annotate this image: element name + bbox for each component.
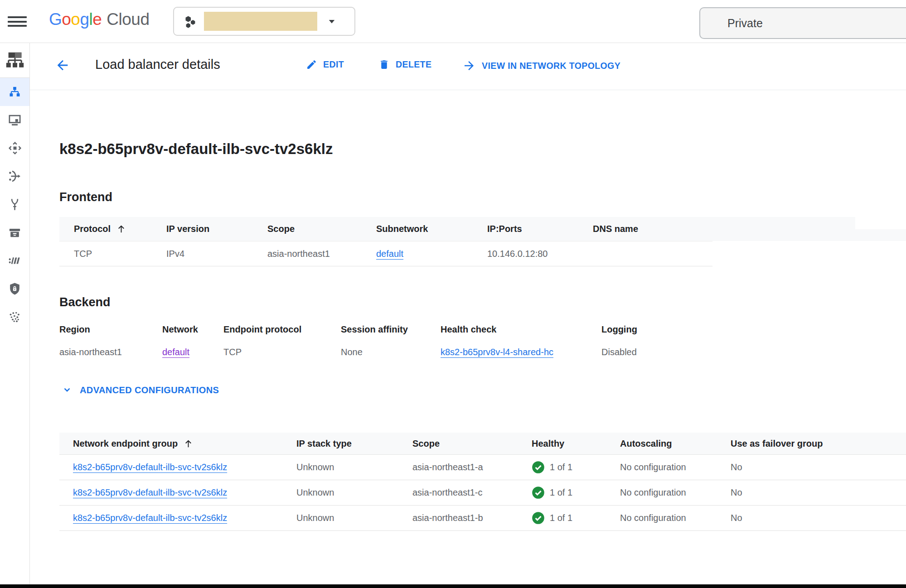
security-shield-icon xyxy=(8,282,22,296)
backend-section-heading: Backend xyxy=(59,294,906,310)
cell-scope: asia-northeast1 xyxy=(267,249,376,259)
cell-healthy: 1 of 1 xyxy=(550,487,572,498)
delete-label: DELETE xyxy=(396,59,431,70)
cdn-icon xyxy=(8,254,22,268)
sort-ascending-icon xyxy=(183,439,194,449)
column-header-ip-version: IP version xyxy=(166,224,267,234)
cell-failover: No xyxy=(731,487,906,498)
logo-letter: G xyxy=(49,10,62,29)
trash-icon xyxy=(378,59,390,70)
logo-letter: e xyxy=(92,10,102,29)
value-logging: Disabled xyxy=(601,347,906,357)
cell-ip-stack: Unknown xyxy=(296,487,412,498)
label-endpoint-protocol: Endpoint protocol xyxy=(223,324,341,335)
appliances-icon xyxy=(8,113,22,127)
cell-autoscaling: No configuration xyxy=(620,513,731,523)
value-region: asia-northeast1 xyxy=(59,347,162,357)
page-header: Load balancer details EDIT DELETE VIEW I… xyxy=(29,43,906,90)
service-mesh-icon xyxy=(8,310,22,324)
logo-letter: g xyxy=(80,10,89,29)
cell-protocol: TCP xyxy=(74,249,166,259)
neg-link[interactable]: k8s2-b65prv8v-default-ilb-svc-tv2s6klz xyxy=(73,487,227,497)
main-content: k8s2-b65prv8v-default-ilb-svc-tv2s6klz F… xyxy=(29,90,906,584)
hybrid-connectivity-icon xyxy=(8,198,22,212)
column-header-neg-scope: Scope xyxy=(412,439,532,449)
back-button[interactable] xyxy=(55,58,70,73)
frontend-table-header: Protocol IP version Scope Subnetwork IP:… xyxy=(59,217,906,241)
edit-button[interactable]: EDIT xyxy=(306,59,344,70)
column-header-autoscaling: Autoscaling xyxy=(620,439,731,449)
cell-ip-ports: 10.146.0.12:80 xyxy=(487,249,593,259)
resource-name-title: k8s2-b65prv8v-default-ilb-svc-tv2s6klz xyxy=(59,90,906,158)
back-arrow-icon xyxy=(55,58,70,73)
value-session-affinity: None xyxy=(341,347,441,357)
label-session-affinity: Session affinity xyxy=(341,324,441,335)
logo-letter: o xyxy=(71,10,80,29)
traffic-director-icon xyxy=(8,169,22,183)
product-sidebar xyxy=(0,43,30,584)
top-app-bar: Google Cloud Private xyxy=(0,0,906,43)
column-label: Protocol xyxy=(74,224,111,234)
cell-failover: No xyxy=(731,513,906,523)
cell-scope: asia-northeast1-c xyxy=(412,487,532,498)
sidebar-item-service-mesh[interactable] xyxy=(0,303,29,331)
sidebar-item-load-balancing[interactable] xyxy=(0,78,29,106)
network-endpoint-group-table: Network endpoint group IP stack type Sco… xyxy=(59,433,906,531)
cell-scope: asia-northeast1-b xyxy=(412,513,532,523)
neg-link[interactable]: k8s2-b65prv8v-default-ilb-svc-tv2s6klz xyxy=(73,513,227,523)
table-header-notch xyxy=(855,217,906,229)
private-label: Private xyxy=(727,17,763,30)
column-label: Network endpoint group xyxy=(73,439,178,449)
cell-scope: asia-northeast1-a xyxy=(412,462,532,472)
archive-icon xyxy=(8,226,22,240)
view-in-network-topology-button[interactable]: VIEW IN NETWORK TOPOLOGY xyxy=(462,59,620,72)
column-header-neg[interactable]: Network endpoint group xyxy=(73,439,296,449)
neg-table-row: k8s2-b65prv8v-default-ilb-svc-tv2s6klz U… xyxy=(59,506,906,531)
project-selector[interactable] xyxy=(173,7,355,36)
column-header-healthy: Healthy xyxy=(532,439,620,449)
cell-healthy: 1 of 1 xyxy=(550,513,572,523)
google-cloud-logo: Google Cloud xyxy=(49,10,150,29)
page-title: Load balancer details xyxy=(95,57,220,72)
label-network: Network xyxy=(162,324,223,335)
cell-autoscaling: No configuration xyxy=(620,487,731,498)
frontend-section-heading: Frontend xyxy=(59,189,906,205)
move-icon xyxy=(8,141,22,155)
network-link[interactable]: default xyxy=(162,347,189,357)
frontend-table: Protocol IP version Scope Subnetwork IP:… xyxy=(59,217,906,266)
hamburger-menu-icon[interactable] xyxy=(8,16,27,27)
sidebar-item-network-security[interactable] xyxy=(0,275,29,303)
project-name-redacted xyxy=(204,12,317,31)
chevron-down-icon xyxy=(325,14,339,28)
cell-healthy: 1 of 1 xyxy=(550,462,572,472)
check-circle-icon xyxy=(532,511,545,525)
logo-letter: l xyxy=(89,10,93,29)
check-circle-icon xyxy=(532,461,545,474)
column-header-protocol[interactable]: Protocol xyxy=(74,224,166,234)
network-services-icon xyxy=(5,50,25,71)
chevron-down-icon xyxy=(62,385,73,395)
sidebar-item-archive[interactable] xyxy=(0,218,29,246)
sidebar-item-network-services[interactable] xyxy=(0,43,29,78)
health-check-link[interactable]: k8s2-b65prv8v-l4-shared-hc xyxy=(441,347,553,357)
sidebar-item-traffic-director[interactable] xyxy=(0,162,29,190)
sidebar-item-cdn[interactable] xyxy=(0,246,29,275)
label-logging: Logging xyxy=(601,324,906,335)
sidebar-item-hybrid-connectivity[interactable] xyxy=(0,190,29,218)
advanced-configurations-toggle[interactable]: ADVANCED CONFIGURATIONS xyxy=(62,385,219,395)
sidebar-item-appliances[interactable] xyxy=(0,106,29,134)
column-header-ip-ports: IP:Ports xyxy=(487,224,593,234)
sidebar-item-move[interactable] xyxy=(0,134,29,162)
logo-letter: o xyxy=(62,10,71,29)
value-endpoint-protocol: TCP xyxy=(223,347,341,357)
column-header-ip-stack-type: IP stack type xyxy=(296,439,412,449)
load-balancing-icon xyxy=(8,85,22,99)
delete-button[interactable]: DELETE xyxy=(378,59,431,70)
private-browsing-badge[interactable]: Private xyxy=(699,7,906,39)
neg-table-row: k8s2-b65prv8v-default-ilb-svc-tv2s6klz U… xyxy=(59,455,906,480)
pencil-icon xyxy=(306,59,317,70)
neg-table-header: Network endpoint group IP stack type Sco… xyxy=(59,433,906,455)
subnetwork-link[interactable]: default xyxy=(376,249,403,259)
neg-link[interactable]: k8s2-b65prv8v-default-ilb-svc-tv2s6klz xyxy=(73,462,227,472)
edit-label: EDIT xyxy=(323,59,344,70)
